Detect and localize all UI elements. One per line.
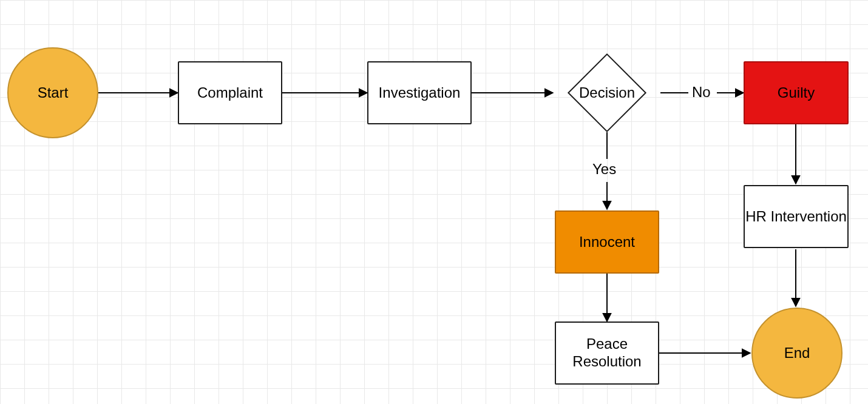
node-investigation-label: Investigation <box>379 84 461 102</box>
node-complaint-label: Complaint <box>197 84 263 102</box>
node-hr-label: HR Intervention <box>745 208 847 226</box>
node-investigation[interactable]: Investigation <box>367 61 472 124</box>
node-end-label: End <box>784 345 810 362</box>
edges-layer <box>0 0 868 404</box>
node-peace-resolution[interactable]: Peace Resolution <box>555 322 659 385</box>
node-peace-label: Peace Resolution <box>556 335 658 371</box>
node-start[interactable]: Start <box>7 47 98 138</box>
node-decision[interactable]: Decision <box>579 65 635 121</box>
node-guilty[interactable]: Guilty <box>744 61 849 124</box>
node-guilty-label: Guilty <box>778 84 815 102</box>
node-decision-shape <box>568 53 646 132</box>
node-end[interactable]: End <box>751 308 843 399</box>
edge-label-yes: Yes <box>592 161 616 178</box>
node-complaint[interactable]: Complaint <box>178 61 282 124</box>
flowchart-canvas[interactable]: Start Complaint Investigation Decision G… <box>0 0 868 404</box>
node-start-label: Start <box>38 84 69 102</box>
node-hr-intervention[interactable]: HR Intervention <box>744 185 849 248</box>
node-innocent[interactable]: Innocent <box>555 210 659 274</box>
node-innocent-label: Innocent <box>579 234 635 251</box>
edge-label-no: No <box>692 84 711 101</box>
